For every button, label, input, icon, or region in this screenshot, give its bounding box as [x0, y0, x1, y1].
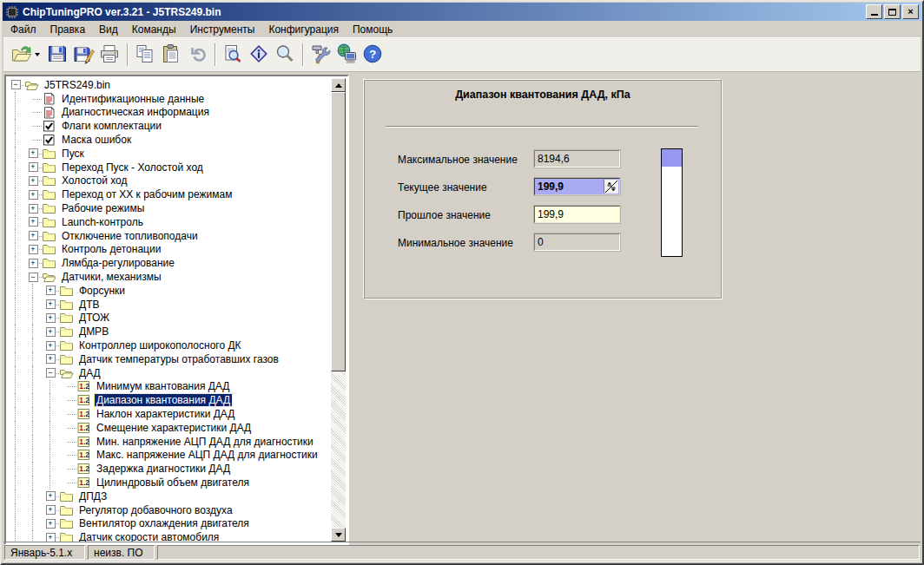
collapse-toggle[interactable]: −: [46, 368, 56, 378]
tree-item-label[interactable]: Контроллер широкополосного ДК: [77, 339, 243, 351]
tree-item[interactable]: 1.2Макс. напряжение АЦП ДАД для диагност…: [7, 449, 331, 463]
expand-toggle[interactable]: +: [29, 162, 38, 172]
tree-item-label[interactable]: ДАД: [77, 367, 102, 379]
menu-item-5[interactable]: Конфигурация: [261, 22, 346, 37]
open-file-button[interactable]: [9, 42, 35, 68]
menu-item-2[interactable]: Вид: [92, 22, 125, 37]
tree-item-label[interactable]: Смещение характеристики ДАД: [95, 422, 253, 434]
tree-item-label[interactable]: Диагностическая информация: [60, 106, 211, 118]
tree-item[interactable]: Диагностическая информация: [7, 106, 331, 120]
tree-item[interactable]: −J5TRS249.bin: [7, 78, 331, 92]
tree-item[interactable]: +ДПДЗ: [7, 489, 331, 503]
expand-toggle[interactable]: +: [46, 327, 56, 337]
tree-item[interactable]: +Переход Пуск - Холостой ход: [7, 161, 331, 174]
tree-item[interactable]: 1.2Наклон характеристики ДАД: [7, 407, 331, 421]
tree-item-label[interactable]: Макс. напряжение АЦП ДАД для диагностики: [95, 449, 320, 461]
tree-item-label[interactable]: Переход Пуск - Холостой ход: [60, 161, 205, 174]
menu-item-3[interactable]: Команды: [125, 22, 183, 37]
tree-item[interactable]: Флаги комплектации: [7, 119, 331, 133]
expand-toggle[interactable]: +: [29, 217, 38, 227]
search-button[interactable]: [272, 42, 298, 68]
expand-toggle[interactable]: +: [46, 341, 56, 351]
scroll-up-button[interactable]: [331, 78, 346, 92]
copy-button[interactable]: [132, 42, 158, 68]
tree-item-label[interactable]: Наклон характеристики ДАД: [95, 408, 236, 420]
tree-item[interactable]: 1.2Мин. напряжение АЦП ДАД для диагности…: [7, 435, 331, 449]
save-button[interactable]: [44, 42, 70, 68]
tree-item[interactable]: −Датчики, механизмы: [7, 270, 331, 284]
menu-item-1[interactable]: Правка: [43, 22, 93, 37]
tree-item-label[interactable]: Рабочие режимы: [60, 202, 146, 214]
save-as-button[interactable]: [70, 42, 96, 68]
expand-toggle[interactable]: +: [29, 204, 38, 214]
expand-toggle[interactable]: +: [46, 533, 56, 542]
tree-item[interactable]: +ДТВ: [7, 298, 331, 312]
tree-item[interactable]: +Пуск: [7, 147, 331, 161]
undo-button[interactable]: [184, 42, 210, 68]
tree-item-label[interactable]: Лямбда-регулирование: [60, 257, 176, 269]
tree-item-label[interactable]: Вентилятор охлаждения двигателя: [77, 517, 251, 529]
tree-item[interactable]: +Регулятор добавочного воздуха: [7, 503, 331, 517]
expand-toggle[interactable]: +: [29, 176, 38, 186]
tree-item-label[interactable]: Пуск: [60, 148, 86, 160]
collapse-toggle[interactable]: −: [11, 80, 21, 89]
expand-toggle[interactable]: +: [29, 259, 38, 268]
tree-item-label[interactable]: ДТВ: [77, 299, 101, 311]
open-file-dropdown-icon[interactable]: [35, 53, 40, 56]
menu-item-4[interactable]: Инструменты: [183, 22, 262, 37]
expand-toggle[interactable]: +: [29, 231, 38, 240]
tree-item-label[interactable]: Диапазон квантования ДАД: [95, 394, 232, 406]
print-button[interactable]: [96, 42, 122, 68]
tree-item[interactable]: −ДАД: [7, 366, 331, 380]
tree-item-label[interactable]: Минимум квантования ДАД: [95, 380, 231, 392]
tree-item[interactable]: +Контроль детонации: [7, 243, 331, 257]
tree-item[interactable]: +Датчик температуры отработавших газов: [7, 352, 331, 366]
tree-item-label[interactable]: Маска ошибок: [60, 134, 133, 146]
tree-scrollbar[interactable]: [331, 78, 346, 542]
tree-item-label[interactable]: Регулятор добавочного воздуха: [77, 504, 234, 516]
tree-item[interactable]: +Рабочие режимы: [7, 201, 331, 215]
tree-item-label[interactable]: Переход от ХХ к рабочим режимам: [60, 188, 234, 200]
tree-item[interactable]: +Launch-контроль: [7, 215, 331, 229]
tools-button[interactable]: [307, 42, 333, 68]
tree-item-label[interactable]: Контроль детонации: [60, 243, 162, 255]
expand-toggle[interactable]: +: [46, 313, 56, 323]
tree-item-label[interactable]: Флаги комплектации: [60, 120, 163, 132]
expand-toggle[interactable]: +: [46, 286, 56, 295]
expand-toggle[interactable]: +: [29, 190, 38, 200]
tree-item-label[interactable]: Мин. напряжение АЦП ДАД для диагностики: [95, 436, 315, 448]
maximize-button[interactable]: [884, 4, 901, 19]
help-button[interactable]: ?: [360, 42, 386, 68]
tree-item[interactable]: +Лямбда-регулирование: [7, 256, 331, 270]
properties-button[interactable]: [246, 42, 272, 68]
tree-item-label[interactable]: Задержка диагностики ДАД: [95, 463, 232, 475]
tree-item[interactable]: 1.2Задержка диагностики ДАД: [7, 462, 331, 476]
tree-item-label[interactable]: J5TRS249.bin: [43, 79, 112, 91]
spin-control[interactable]: [604, 180, 618, 194]
tree-item-label[interactable]: Отключение топливоподачи: [60, 230, 200, 242]
expand-toggle[interactable]: +: [46, 299, 56, 309]
tree-item[interactable]: +Холостой ход: [7, 174, 331, 188]
scroll-down-button[interactable]: [331, 528, 346, 542]
tree-item-label[interactable]: Датчик температуры отработавших газов: [77, 353, 280, 365]
expand-toggle[interactable]: +: [46, 354, 56, 364]
minimize-button[interactable]: [866, 4, 882, 19]
tree-item[interactable]: +Вентилятор охлаждения двигателя: [7, 517, 331, 531]
expand-toggle[interactable]: +: [46, 519, 56, 529]
tree-item[interactable]: 1.2Диапазон квантования ДАД: [7, 393, 331, 407]
expand-toggle[interactable]: +: [29, 245, 38, 254]
tree-item[interactable]: 1.2Смещение характеристики ДАД: [7, 421, 331, 435]
tree-item-label[interactable]: Датчики, механизмы: [60, 271, 163, 283]
expand-toggle[interactable]: +: [46, 491, 56, 501]
tree-item[interactable]: Маска ошибок: [7, 133, 331, 147]
paste-button[interactable]: [158, 42, 184, 68]
tree-item[interactable]: +Контроллер широкополосного ДК: [7, 338, 331, 352]
title-bar[interactable]: ChipTuningPRO ver.3.21 - J5TRS249.bin ×: [3, 3, 921, 21]
tree-item[interactable]: Идентификационные данные: [7, 92, 331, 106]
tree-item[interactable]: +Форсунки: [7, 284, 331, 298]
preview-button[interactable]: [220, 42, 246, 68]
tree-item-label[interactable]: Launch-контроль: [60, 216, 145, 228]
tree-item-label[interactable]: Идентификационные данные: [60, 93, 206, 105]
tree-item[interactable]: +Переход от ХХ к рабочим режимам: [7, 187, 331, 201]
menu-item-0[interactable]: Файл: [3, 22, 43, 37]
